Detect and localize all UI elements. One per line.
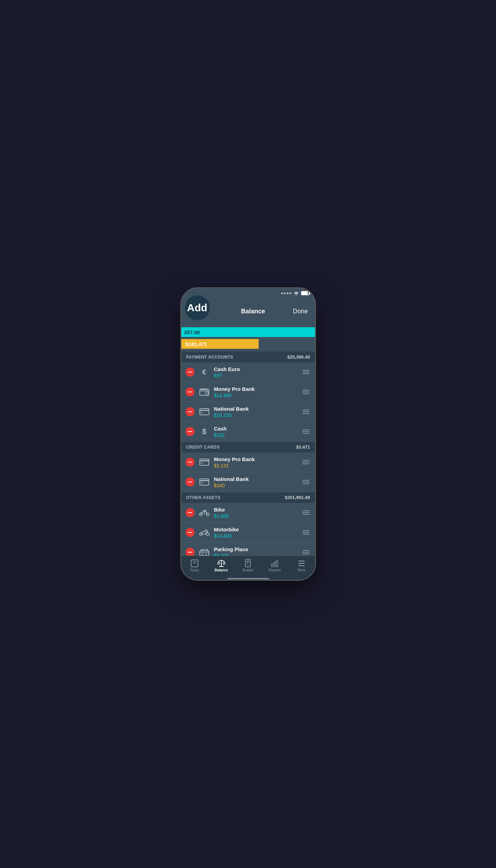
account-row-cash: $ Cash $132 [181, 422, 315, 442]
reports-icon [271, 560, 278, 567]
today-calendar-icon: 20 [191, 560, 198, 567]
national-bank-2-balance: $340 [214, 483, 301, 488]
done-button[interactable]: Done [293, 308, 308, 315]
credit-cards-total: $3,471 [296, 444, 310, 450]
nav-item-budget[interactable]: Budget [237, 559, 258, 572]
add-label: Add [187, 302, 207, 314]
cash-info: Cash $132 [214, 426, 301, 438]
bike-info: Bike $1,000 [214, 507, 301, 519]
section-credit-cards-header: CREDIT CARDS $3,471 [181, 442, 315, 452]
scales-icon [217, 560, 226, 567]
national-bank-1-info: National Bank $10,720 [214, 406, 301, 418]
drag-handle-bike[interactable] [301, 509, 311, 516]
svg-rect-24 [298, 563, 305, 564]
cyan-bar-label: 357.90 [184, 329, 200, 335]
drag-handle-parking[interactable] [301, 549, 311, 556]
cyan-bar: 357.90 [181, 327, 315, 337]
drag-handle-cash[interactable] [301, 428, 311, 435]
svg-rect-3 [200, 412, 203, 413]
accounts-scroll[interactable]: PAYMENT ACCOUNTS $25,366.40 € Cash Euro … [181, 352, 315, 556]
delete-money-pro-bank-1-button[interactable] [186, 387, 195, 396]
svg-rect-6 [200, 479, 209, 485]
motorbike-balance: $14,400 [214, 533, 301, 539]
money-pro-bank-2-info: Money Pro Bank $3,131 [214, 456, 301, 468]
phone-frame: Add Balance Done 357.90 $181,471 PAYMENT… [180, 287, 316, 581]
other-assets-total: $351,991.49 [285, 495, 310, 500]
cash-euro-balance: €97 [214, 373, 301, 378]
today-date-number: 20 [193, 560, 196, 565]
nav-title: Balance [213, 308, 293, 315]
wifi-icon [293, 291, 299, 295]
dollar-icon: $ [198, 425, 211, 438]
parking-info: Parking Place $8,900 [214, 546, 301, 556]
delete-national-bank-1-button[interactable] [186, 407, 195, 416]
drag-handle-cash-euro[interactable] [301, 369, 311, 376]
account-row-motorbike: Motorbike $14,400 [181, 523, 315, 542]
bottom-nav: 20 Today Balance Budget [181, 556, 315, 578]
nav-bar: Add Balance Done [181, 297, 315, 327]
drag-handle-money-pro-bank-1[interactable] [301, 388, 311, 395]
signal-dots [281, 292, 291, 294]
account-row-cash-euro: € Cash Euro €97 [181, 362, 315, 382]
svg-rect-5 [200, 463, 203, 464]
bike-name: Bike [214, 507, 301, 513]
svg-rect-22 [276, 560, 278, 567]
nav-item-reports[interactable]: Reports [264, 560, 285, 572]
account-row-national-bank-payment: National Bank $10,720 [181, 402, 315, 422]
delete-motorbike-button[interactable] [186, 528, 195, 537]
account-row-national-bank-credit: National Bank $340 [181, 472, 315, 492]
cash-name: Cash [214, 426, 301, 432]
svg-rect-0 [200, 389, 209, 395]
delete-cash-euro-button[interactable] [186, 368, 195, 377]
balance-label: Balance [215, 568, 228, 572]
svg-rect-1 [205, 392, 208, 394]
section-payment-accounts-header: PAYMENT ACCOUNTS $25,366.40 [181, 352, 315, 362]
section-other-assets-header: OTHER ASSETS $351,991.49 [181, 492, 315, 503]
nav-item-more[interactable]: More [291, 560, 312, 572]
delete-national-bank-2-button[interactable] [186, 477, 195, 487]
svg-rect-25 [298, 565, 305, 566]
account-row-bike: Bike $1,000 [181, 503, 315, 523]
svg-rect-21 [274, 562, 275, 567]
money-pro-bank-2-name: Money Pro Bank [214, 456, 301, 462]
drag-handle-money-pro-bank-2[interactable] [301, 459, 311, 466]
national-bank-2-info: National Bank $340 [214, 476, 301, 488]
national-bank-1-name: National Bank [214, 406, 301, 412]
status-bar [181, 288, 315, 297]
parking-icon [198, 546, 211, 556]
bike-balance: $1,000 [214, 513, 301, 519]
motorbike-icon [198, 526, 211, 539]
delete-parking-button[interactable] [186, 548, 195, 556]
drag-handle-national-bank-1[interactable] [301, 408, 311, 415]
drag-handle-national-bank-2[interactable] [301, 479, 311, 485]
nav-item-balance[interactable]: Balance [211, 560, 232, 572]
svg-rect-2 [200, 409, 209, 415]
money-pro-bank-2-balance: $3,131 [214, 463, 301, 468]
budget-icon [244, 559, 251, 567]
euro-icon: € [198, 366, 211, 378]
cash-euro-info: Cash Euro €97 [214, 366, 301, 378]
svg-rect-26 [302, 561, 305, 562]
parking-balance: $8,900 [214, 553, 301, 556]
add-button[interactable]: Add [185, 295, 210, 320]
delete-bike-button[interactable] [186, 508, 195, 517]
payment-accounts-title: PAYMENT ACCOUNTS [186, 355, 234, 360]
drag-handle-motorbike[interactable] [301, 529, 311, 536]
yellow-bar-label: $181,471 [186, 341, 207, 347]
nav-item-today[interactable]: 20 Today [184, 560, 205, 572]
delete-money-pro-bank-2-button[interactable] [186, 458, 195, 467]
cash-balance: $132 [214, 432, 301, 438]
delete-cash-button[interactable] [186, 427, 195, 436]
svg-rect-13 [200, 551, 209, 556]
payment-accounts-total: $25,366.40 [287, 354, 310, 360]
other-assets-title: OTHER ASSETS [186, 495, 221, 500]
progress-area: 357.90 $181,471 [181, 327, 315, 352]
account-row-money-pro-bank-credit: Money Pro Bank $3,131 [181, 452, 315, 472]
motorbike-name: Motorbike [214, 527, 301, 532]
account-row-money-pro-bank-payment: Money Pro Bank $14,400 [181, 382, 315, 402]
parking-name: Parking Place [214, 546, 301, 552]
credit-card-3-icon [198, 476, 211, 488]
national-bank-1-balance: $10,720 [214, 412, 301, 418]
svg-rect-18 [245, 559, 250, 567]
national-bank-2-name: National Bank [214, 476, 301, 482]
